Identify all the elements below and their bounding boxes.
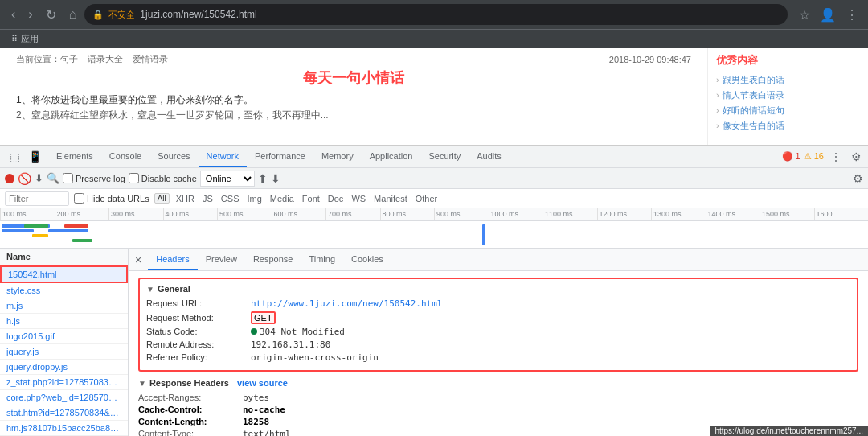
tab-application[interactable]: Application xyxy=(362,146,421,167)
filter-input[interactable] xyxy=(5,191,69,206)
export-button[interactable]: ⬇ xyxy=(271,172,280,185)
request-url-row: Request URL: http://www.1juzi.com/new/15… xyxy=(146,298,850,309)
tab-console[interactable]: Console xyxy=(101,146,149,167)
clear-button[interactable]: 🚫 xyxy=(18,172,31,185)
devtools-panel: ⬚ 📱 Elements Console Sources Network Per… xyxy=(0,145,868,436)
details-tab-preview[interactable]: Preview xyxy=(198,249,245,270)
filter-css[interactable]: CSS xyxy=(219,194,241,204)
filter-other[interactable]: Other xyxy=(414,194,440,204)
details-tabs: × Headers Preview Response Timing Cookie… xyxy=(129,249,868,271)
remote-address-value: 192.168.31.1:80 xyxy=(251,339,330,350)
tab-security[interactable]: Security xyxy=(420,146,469,167)
tab-network[interactable]: Network xyxy=(199,146,247,167)
file-item-10[interactable]: hm.js?8107b15bacc25ba8b7f... xyxy=(0,421,128,436)
menu-button[interactable]: ⋮ xyxy=(842,4,862,26)
remote-address-row: Remote Address: 192.168.31.1:80 xyxy=(146,339,850,350)
file-item-3[interactable]: h.js xyxy=(0,314,128,329)
general-section-header[interactable]: ▼ General xyxy=(146,284,850,294)
bookmark-button[interactable]: ☆ xyxy=(796,4,813,26)
home-button[interactable]: ⌂ xyxy=(64,4,82,25)
sidebar-item-1[interactable]: 情人节表白语录 xyxy=(716,88,860,103)
details-tab-timing[interactable]: Timing xyxy=(301,249,343,270)
filter-font[interactable]: Font xyxy=(301,194,321,204)
filter-js[interactable]: JS xyxy=(201,194,215,204)
tick-600: 600 ms xyxy=(272,208,326,220)
resp-key-2: Content-Length: xyxy=(138,417,243,426)
resp-val-1: no-cache xyxy=(243,405,285,415)
tab-memory[interactable]: Memory xyxy=(313,146,362,167)
address-bar[interactable]: 🔒 不安全 1juzi.com/new/150542.html xyxy=(84,4,788,25)
request-method-value: GET xyxy=(251,311,276,324)
filter-xhr[interactable]: XHR xyxy=(174,194,196,204)
bookmark-apps[interactable]: ⠿ 应用 xyxy=(6,31,43,47)
file-item-0[interactable]: 150542.html xyxy=(0,265,128,283)
sidebar-item-2[interactable]: 好听的情话短句 xyxy=(716,103,860,118)
forward-button[interactable]: › xyxy=(23,4,37,25)
file-item-8[interactable]: core.php?web_id=12857083... xyxy=(0,390,128,405)
view-source-link[interactable]: view source xyxy=(237,378,288,388)
devtools-tabs: Elements Console Sources Network Perform… xyxy=(48,146,510,167)
devtools-panel-icons: ⬚ 📱 xyxy=(3,149,48,165)
disable-cache-label[interactable]: Disable cache xyxy=(129,173,197,183)
tab-performance[interactable]: Performance xyxy=(247,146,313,167)
details-tab-response[interactable]: Response xyxy=(245,249,301,270)
tab-sources[interactable]: Sources xyxy=(149,146,198,167)
reload-button[interactable]: ↻ xyxy=(41,4,61,26)
tab-elements[interactable]: Elements xyxy=(48,146,101,167)
details-tab-headers[interactable]: Headers xyxy=(148,249,198,270)
record-button[interactable] xyxy=(5,174,14,183)
preserve-log-label[interactable]: Preserve log xyxy=(63,173,125,183)
response-headers-label: Response Headers xyxy=(149,378,229,388)
file-list-header: Name xyxy=(0,249,128,265)
section-triangle-icon: ▼ xyxy=(146,285,154,294)
browser-chrome: ‹ › ↻ ⌂ 🔒 不安全 1juzi.com/new/150542.html … xyxy=(0,0,868,29)
details-tab-cookies[interactable]: Cookies xyxy=(343,249,391,270)
file-item-5[interactable]: jquery.js xyxy=(0,344,128,360)
file-item-9[interactable]: stat.htm?id=1278570834&r=h... xyxy=(0,405,128,421)
file-item-2[interactable]: m.js xyxy=(0,298,128,314)
sidebar-item-0[interactable]: 跟男生表白的话 xyxy=(716,72,860,88)
tick-700: 700 ms xyxy=(326,208,380,220)
devtools-device-button[interactable]: 📱 xyxy=(25,149,45,165)
profile-button[interactable]: 👤 xyxy=(817,4,839,26)
resp-val-2: 18258 xyxy=(243,417,269,427)
request-method-row: Request Method: GET xyxy=(146,311,850,324)
tick-100: 100 ms xyxy=(0,208,55,220)
import-button[interactable]: ⬆ xyxy=(258,172,268,185)
resp-key-3: Content-Type: xyxy=(138,429,243,436)
devtools-settings-button[interactable]: ⚙ xyxy=(848,149,865,165)
disable-cache-checkbox[interactable] xyxy=(129,173,139,183)
filter-media[interactable]: Media xyxy=(268,194,296,204)
file-item-7[interactable]: z_stat.php?id=1278570834&... xyxy=(0,375,128,390)
details-close-button[interactable]: × xyxy=(132,253,145,266)
throttle-select[interactable]: Online Fast 3G Slow 3G Offline xyxy=(200,171,255,187)
page-content: 当前位置：句子 – 语录大全 – 爱情语录 2018-10-29 09:48:4… xyxy=(0,48,868,145)
tab-audits[interactable]: Audits xyxy=(469,146,510,167)
filter-manifest[interactable]: Manifest xyxy=(372,194,409,204)
tick-1000: 1000 ms xyxy=(489,208,543,220)
file-item-4[interactable]: logo2015.gif xyxy=(0,329,128,344)
tick-1500: 1500 ms xyxy=(760,208,814,220)
tick-1400: 1400 ms xyxy=(706,208,760,220)
sidebar-item-3[interactable]: 像女生告白的话 xyxy=(716,118,860,134)
hide-data-checkbox[interactable] xyxy=(74,193,84,204)
referrer-policy-value: origin-when-cross-origin xyxy=(251,352,379,363)
warn-badge: ⚠ 16 xyxy=(804,151,824,162)
devtools-inspect-button[interactable]: ⬚ xyxy=(6,149,23,165)
filter-img[interactable]: Img xyxy=(245,194,263,204)
filter-doc[interactable]: Doc xyxy=(326,194,346,204)
file-item-1[interactable]: style.css xyxy=(0,283,128,298)
resp-row-0: Accept-Ranges: bytes xyxy=(138,393,858,403)
tick-1100: 1100 ms xyxy=(542,208,597,220)
page-sidebar: 优秀内容 跟男生表白的话 情人节表白语录 好听的情话短句 像女生告白的话 xyxy=(707,48,868,145)
file-item-6[interactable]: jquery.droppy.js xyxy=(0,360,128,375)
response-section-header[interactable]: ▼ Response Headers view source xyxy=(138,378,858,388)
devtools-more-button[interactable]: ⋮ xyxy=(827,149,845,165)
resp-val-0: bytes xyxy=(243,393,269,403)
preserve-log-checkbox[interactable] xyxy=(63,173,73,183)
filter-ws[interactable]: WS xyxy=(350,194,367,204)
back-button[interactable]: ‹ xyxy=(6,4,20,25)
network-settings-button[interactable]: ⚙ xyxy=(853,172,863,185)
hide-data-label[interactable]: Hide data URLs xyxy=(74,193,149,204)
search-button[interactable]: 🔍 xyxy=(47,172,59,184)
